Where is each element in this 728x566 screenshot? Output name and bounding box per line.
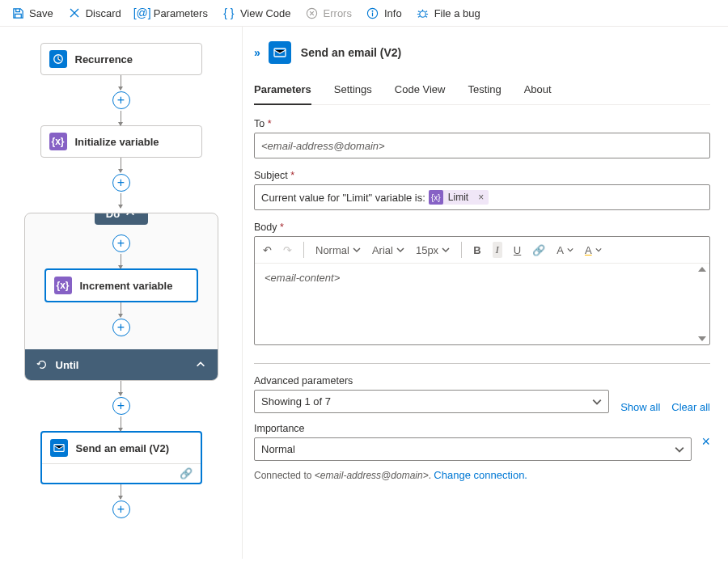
link-icon: 🔗 — [180, 467, 193, 479]
info-icon — [366, 6, 379, 19]
braces-icon: { } — [222, 6, 235, 19]
variable-icon: {x} — [49, 133, 67, 150]
do-label: Do — [106, 213, 120, 220]
discard-button[interactable]: Discard — [68, 6, 121, 19]
body-label: Body * — [254, 222, 710, 233]
font-color-button[interactable]: A — [557, 244, 574, 256]
connector — [121, 111, 121, 125]
undo-button[interactable]: ↶ — [263, 244, 272, 256]
connector — [121, 75, 121, 90]
chevron-up-icon — [195, 359, 206, 370]
tab-testing[interactable]: Testing — [468, 78, 501, 104]
parameters-button[interactable]: [@] Parameters — [136, 6, 208, 19]
variable-token[interactable]: {x} Limit × — [429, 190, 489, 205]
chevron-down-icon — [675, 445, 684, 454]
tab-code-view[interactable]: Code View — [395, 78, 446, 104]
svg-point-2 — [372, 10, 374, 11]
scroll-down-icon[interactable] — [698, 336, 706, 341]
node-label: Recurrence — [75, 53, 133, 65]
connector — [121, 416, 121, 431]
save-label: Save — [29, 7, 53, 19]
info-button[interactable]: Info — [366, 6, 402, 19]
link-button[interactable]: 🔗 — [532, 244, 545, 256]
view-code-button[interactable]: { } View Code — [222, 6, 291, 19]
add-step-button[interactable]: + — [112, 174, 130, 192]
clock-icon — [49, 50, 67, 68]
change-connection-link[interactable]: Change connection. — [434, 469, 527, 481]
designer-canvas[interactable]: Recurrence + {x} Initialize variable + D… — [0, 27, 243, 559]
to-input[interactable]: <email-address@domain> — [254, 133, 710, 158]
subject-text: Current value for "Limit" variable is: — [261, 192, 425, 204]
remove-token-button[interactable]: × — [473, 192, 489, 203]
save-button[interactable]: Save — [11, 6, 53, 19]
scroll-up-icon[interactable] — [698, 267, 706, 272]
chevron-down-icon — [353, 246, 361, 254]
errors-icon — [306, 6, 319, 19]
subject-label: Subject * — [254, 170, 710, 181]
body-editor: ↶ ↷ Normal Arial 15px B I U 🔗 A A <email… — [254, 236, 710, 345]
add-step-button[interactable]: + — [112, 91, 130, 109]
info-label: Info — [384, 7, 402, 19]
collapse-panel-button[interactable]: » — [254, 46, 259, 59]
loop-until-footer[interactable]: Until — [25, 349, 218, 380]
font-dropdown[interactable]: Arial — [372, 244, 404, 256]
panel-tabs: Parameters Settings Code View Testing Ab… — [254, 78, 710, 105]
connector — [121, 302, 121, 317]
bold-button[interactable]: B — [473, 244, 480, 256]
add-step-button[interactable]: + — [112, 234, 130, 252]
outlook-icon — [269, 41, 291, 64]
errors-label: Errors — [324, 7, 352, 19]
node-increment-variable[interactable]: {x} Increment variable — [44, 268, 198, 302]
subject-input[interactable]: Current value for "Limit" variable is: {… — [254, 184, 710, 210]
tab-settings[interactable]: Settings — [334, 78, 372, 104]
advanced-params-label: Advanced parameters — [254, 375, 609, 386]
token-label: Limit — [443, 192, 473, 203]
toolbar: Save Discard [@] Parameters { } View Cod… — [0, 0, 728, 27]
tab-parameters[interactable]: Parameters — [254, 78, 311, 105]
discard-icon — [68, 6, 81, 19]
advanced-params-dropdown[interactable]: Showing 1 of 7 — [254, 390, 609, 413]
size-dropdown[interactable]: 15px — [416, 244, 450, 256]
action-panel: » Send an email (V2) Parameters Settings… — [243, 27, 728, 559]
connection-info: Connected to <email-address@domain>. Cha… — [254, 469, 710, 481]
chevron-down-icon — [567, 247, 574, 253]
save-icon — [11, 6, 24, 19]
highlight-button[interactable]: A — [585, 244, 602, 256]
bug-icon — [417, 6, 430, 19]
rte-toolbar: ↶ ↷ Normal Arial 15px B I U 🔗 A A — [255, 237, 709, 264]
clear-all-link[interactable]: Clear all — [671, 401, 710, 413]
node-recurrence[interactable]: Recurrence — [40, 43, 202, 75]
panel-title: Send an email (V2) — [301, 46, 401, 59]
connector — [121, 484, 121, 499]
variable-icon: {x} — [54, 277, 72, 294]
importance-dropdown[interactable]: Normal — [254, 437, 692, 461]
node-label: Increment variable — [80, 280, 173, 292]
body-textarea[interactable]: <email-content> — [255, 264, 709, 344]
chevron-up-icon — [125, 213, 136, 219]
node-initialize-variable[interactable]: {x} Initialize variable — [40, 125, 202, 158]
view-code-label: View Code — [240, 7, 291, 19]
add-step-button[interactable]: + — [112, 501, 130, 518]
tab-about[interactable]: About — [524, 78, 552, 104]
style-dropdown[interactable]: Normal — [315, 244, 361, 256]
until-label: Until — [56, 359, 79, 371]
loop-do-header[interactable]: Do — [95, 213, 148, 225]
outlook-icon — [50, 439, 68, 457]
connector — [121, 158, 121, 172]
italic-button[interactable]: I — [493, 242, 502, 258]
to-label: To * — [254, 118, 710, 129]
show-all-link[interactable]: Show all — [620, 401, 660, 413]
node-send-email[interactable]: Send an email (V2) 🔗 — [40, 431, 202, 484]
add-step-button[interactable]: + — [112, 397, 130, 415]
file-bug-button[interactable]: File a bug — [417, 6, 480, 19]
remove-param-button[interactable]: × — [701, 433, 710, 450]
connector — [121, 381, 121, 395]
underline-button[interactable]: U — [514, 244, 521, 256]
loop-container: Do + {x} Increment variable + Until — [24, 213, 218, 381]
loop-icon — [36, 359, 48, 370]
chevron-down-icon — [396, 246, 404, 254]
node-label: Send an email (V2) — [76, 442, 170, 454]
add-step-button[interactable]: + — [112, 319, 130, 336]
connector — [121, 193, 121, 208]
divider — [254, 363, 710, 364]
